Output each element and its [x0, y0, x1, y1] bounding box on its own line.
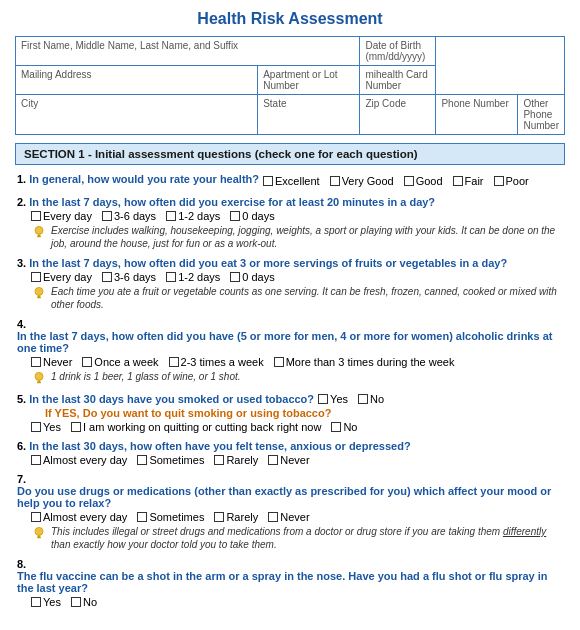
q3-opt-everyday[interactable]: Every day: [31, 271, 92, 283]
q5-sub-question: If YES, Do you want to quit smoking or u…: [45, 407, 331, 419]
q2-tip-text: Exercise includes walking, housekeeping,…: [51, 224, 563, 250]
bulb-icon-q2: [31, 224, 47, 240]
svg-rect-10: [37, 535, 40, 537]
q8-opt-yes[interactable]: Yes: [31, 596, 61, 608]
q3-tip: Each time you ate a fruit or vegetable c…: [31, 285, 563, 311]
q1-checkbox-excellent[interactable]: [263, 176, 273, 186]
field-state: State: [258, 95, 360, 135]
svg-point-0: [35, 226, 43, 234]
field-other-phone: Other Phone Number: [518, 95, 565, 135]
q2-num: 2.: [17, 196, 26, 208]
bulb-icon-q7: [31, 525, 47, 541]
q4-opt-never[interactable]: Never: [31, 356, 72, 368]
q1-opt-verygood[interactable]: Very Good: [330, 175, 394, 187]
q7-tip: This includes illegal or street drugs an…: [31, 525, 563, 551]
q1-opt-excellent[interactable]: Excellent: [263, 175, 320, 187]
field-zip: Zip Code: [360, 95, 436, 135]
question-3: 3. In the last 7 days, how often did you…: [15, 257, 565, 311]
question-6: 6. In the last 30 days, how often have y…: [15, 440, 565, 466]
patient-info-table: First Name, Middle Name, Last Name, and …: [15, 36, 565, 135]
svg-rect-11: [37, 537, 41, 538]
q6-text: In the last 30 days, how often have you …: [29, 440, 410, 452]
q4-opt-once[interactable]: Once a week: [82, 356, 158, 368]
bulb-icon-q3: [31, 285, 47, 301]
q4-tip-text: 1 drink is 1 beer, 1 glass of wine, or 1…: [51, 370, 241, 383]
svg-rect-5: [37, 297, 41, 298]
field-city: City: [16, 95, 258, 135]
question-5: 5. In the last 30 days have you smoked o…: [15, 393, 565, 433]
q6-num: 6.: [17, 440, 26, 452]
q1-opt-poor[interactable]: Poor: [494, 175, 529, 187]
q2-opt-36days[interactable]: 3-6 days: [102, 210, 156, 222]
svg-rect-1: [37, 234, 40, 236]
question-1: 1. In general, how would you rate your h…: [15, 173, 565, 189]
q7-tip-text: This includes illegal or street drugs an…: [51, 525, 563, 551]
q8-opt-no[interactable]: No: [71, 596, 97, 608]
q1-checkbox-fair[interactable]: [453, 176, 463, 186]
q5-sub-opt-working[interactable]: I am working on quitting or cutting back…: [71, 421, 321, 433]
q2-opt-0days[interactable]: 0 days: [230, 210, 274, 222]
svg-rect-7: [37, 380, 40, 382]
field-address: Mailing Address: [16, 66, 258, 95]
q7-opt-sometimes[interactable]: Sometimes: [137, 511, 204, 523]
q1-checkbox-poor[interactable]: [494, 176, 504, 186]
svg-point-9: [35, 527, 43, 535]
q6-opt-never[interactable]: Never: [268, 454, 309, 466]
q1-text: In general, how would you rate your heal…: [29, 173, 259, 185]
field-phone: Phone Number: [436, 95, 518, 135]
field-apt: Apartment or Lot Number: [258, 66, 360, 95]
q7-text: Do you use drugs or medications (other t…: [17, 485, 563, 509]
section-header: SECTION 1 - Initial assessment questions…: [15, 143, 565, 165]
q5-text: In the last 30 days have you smoked or u…: [29, 393, 314, 405]
q3-tip-text: Each time you ate a fruit or vegetable c…: [51, 285, 563, 311]
q6-opt-almost[interactable]: Almost every day: [31, 454, 127, 466]
q5-sub-opt-no[interactable]: No: [331, 421, 357, 433]
q5-opt-yes[interactable]: Yes: [318, 393, 348, 405]
q8-num: 8.: [17, 558, 26, 570]
q7-opt-rarely[interactable]: Rarely: [214, 511, 258, 523]
page-title: Health Risk Assessment: [15, 10, 565, 28]
q3-opt-36days[interactable]: 3-6 days: [102, 271, 156, 283]
svg-rect-4: [37, 295, 40, 297]
q2-opt-12days[interactable]: 1-2 days: [166, 210, 220, 222]
q1-checkbox-verygood[interactable]: [330, 176, 340, 186]
q4-text: In the last 7 days, how often did you ha…: [17, 330, 563, 354]
q7-num: 7.: [17, 473, 26, 485]
svg-rect-8: [37, 382, 41, 383]
question-7: 7. Do you use drugs or medications (othe…: [15, 473, 565, 551]
q4-tip: 1 drink is 1 beer, 1 glass of wine, or 1…: [31, 370, 563, 386]
q8-text: The flu vaccine can be a shot in the arm…: [17, 570, 563, 594]
q1-num: 1.: [17, 173, 26, 185]
q5-num: 5.: [17, 393, 26, 405]
q4-num: 4.: [17, 318, 26, 330]
question-2: 2. In the last 7 days, how often did you…: [15, 196, 565, 250]
q3-opt-12days[interactable]: 1-2 days: [166, 271, 220, 283]
field-mihealth: mihealth Card Number: [360, 66, 436, 95]
q1-opt-fair[interactable]: Fair: [453, 175, 484, 187]
bulb-icon-q4: [31, 370, 47, 386]
q4-opt-more3[interactable]: More than 3 times during the week: [274, 356, 455, 368]
q1-checkbox-good[interactable]: [404, 176, 414, 186]
q5-opt-no[interactable]: No: [358, 393, 384, 405]
q7-opt-almost[interactable]: Almost every day: [31, 511, 127, 523]
field-dob: Date of Birth (mm/dd/yyyy): [360, 37, 436, 66]
svg-point-6: [35, 372, 43, 380]
q3-text: In the last 7 days, how often did you ea…: [29, 257, 507, 269]
q6-opt-sometimes[interactable]: Sometimes: [137, 454, 204, 466]
q1-opt-good[interactable]: Good: [404, 175, 443, 187]
q3-num: 3.: [17, 257, 26, 269]
question-8: 8. The flu vaccine can be a shot in the …: [15, 558, 565, 608]
q2-tip: Exercise includes walking, housekeeping,…: [31, 224, 563, 250]
q2-text: In the last 7 days, how often did you ex…: [29, 196, 435, 208]
q2-opt-everyday[interactable]: Every day: [31, 210, 92, 222]
q4-opt-23times[interactable]: 2-3 times a week: [169, 356, 264, 368]
q7-opt-never[interactable]: Never: [268, 511, 309, 523]
q6-opt-rarely[interactable]: Rarely: [214, 454, 258, 466]
svg-rect-2: [37, 236, 41, 237]
field-name: First Name, Middle Name, Last Name, and …: [16, 37, 360, 66]
q3-opt-0days[interactable]: 0 days: [230, 271, 274, 283]
question-4: 4. In the last 7 days, how often did you…: [15, 318, 565, 386]
svg-point-3: [35, 287, 43, 295]
q5-sub-opt-yes[interactable]: Yes: [31, 421, 61, 433]
